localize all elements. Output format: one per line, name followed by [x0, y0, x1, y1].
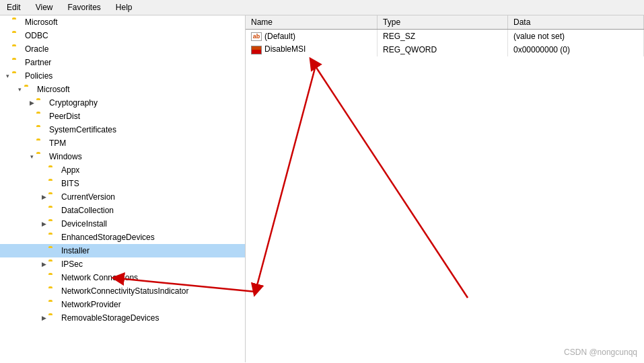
tree-item-label: Policies — [25, 71, 52, 81]
tree-arrow[interactable]: ▶ — [39, 261, 48, 268]
watermark: CSDN @nongcunqq — [564, 348, 637, 357]
tree-item-datacollection[interactable]: DataCollection — [0, 204, 245, 217]
tree-item-microsoft-sub[interactable]: ▾Microsoft — [0, 83, 245, 96]
tree-item-oracle[interactable]: Oracle — [0, 42, 245, 56]
tree-item-label: TPM — [49, 138, 66, 148]
tree-item-networkconnections[interactable]: Network Connections — [0, 271, 245, 284]
tree-item-networkconnectivitystatusindicator[interactable]: NetworkConnectivityStatusIndicator — [0, 284, 245, 298]
col-type: Type — [378, 15, 508, 30]
tree-item-label: SystemCertificates — [49, 125, 116, 134]
tree-item-label: Network Connections — [61, 273, 138, 282]
folder-icon — [12, 18, 23, 27]
tree-item-label: NetworkProvider — [61, 300, 121, 309]
tree-item-removablestoragedevices[interactable]: ▶RemovableStorageDevices — [0, 311, 245, 325]
folder-icon — [36, 112, 47, 121]
folder-icon — [12, 32, 23, 40]
tree-item-label: BITS — [61, 179, 79, 188]
folder-icon — [48, 274, 59, 282]
tree-item-label: Cryptography — [49, 98, 98, 108]
folder-icon — [48, 247, 59, 255]
tree-arrow[interactable]: ▶ — [39, 220, 48, 227]
folder-icon — [12, 72, 23, 81]
tree-item-tpm[interactable]: TPM — [0, 136, 245, 150]
tree-item-enhancedstoragedevices[interactable]: EnhancedStorageDevices — [0, 231, 245, 244]
cell-data: 0x00000000 (0) — [507, 43, 643, 56]
folder-icon — [48, 220, 59, 229]
tree-item-label: Appx — [61, 165, 79, 175]
tree-item-peerdist[interactable]: PeerDist — [0, 110, 245, 123]
folder-icon — [36, 99, 47, 108]
tree-item-label: IPSec — [61, 259, 83, 269]
folder-icon — [48, 314, 59, 323]
tree-item-label: ODBC — [25, 31, 48, 40]
tree-item-appx[interactable]: Appx — [0, 163, 245, 177]
tree-item-label: NetworkConnectivityStatusIndicator — [61, 286, 188, 296]
tree-arrow[interactable]: ▶ — [39, 315, 48, 321]
tree-item-label: RemovableStorageDevices — [61, 313, 159, 323]
tree-arrow[interactable]: ▶ — [27, 99, 36, 106]
folder-icon — [48, 179, 59, 188]
reg-icon-bin — [251, 46, 262, 54]
table-row[interactable]: ab(Default)REG_SZ(value not set) — [246, 30, 644, 43]
tree-item-label: Installer — [61, 246, 90, 255]
cell-type: REG_QWORD — [378, 43, 508, 56]
table-header-row: Name Type Data — [246, 15, 644, 30]
reg-icon-ab: ab — [251, 32, 262, 41]
cell-name: ab(Default) — [246, 30, 378, 43]
tree-item-deviceinstall[interactable]: ▶DeviceInstall — [0, 217, 245, 231]
menu-view[interactable]: View — [32, 1, 57, 13]
tree-item-microsoft-root[interactable]: Microsoft — [0, 15, 245, 29]
tree-item-policies[interactable]: ▾Policies — [0, 69, 245, 83]
menu-help[interactable]: Help — [112, 1, 137, 13]
tree-item-odbc[interactable]: ODBC — [0, 29, 245, 42]
svg-line-1 — [313, 63, 468, 298]
tree-item-label: Partner — [25, 58, 51, 67]
tree-item-windows[interactable]: ▾Windows — [0, 150, 245, 163]
tree-arrow[interactable]: ▾ — [3, 73, 12, 79]
tree-arrow[interactable]: ▶ — [39, 194, 48, 200]
main-container: MicrosoftODBCOraclePartner▾Policies▾Micr… — [0, 15, 644, 362]
tree-item-ipsec[interactable]: ▶IPSec — [0, 257, 245, 271]
tree-item-label: Oracle — [25, 44, 48, 54]
cell-data: (value not set) — [507, 30, 643, 43]
folder-icon — [12, 45, 23, 54]
tree-item-currentversion[interactable]: ▶CurrentVersion — [0, 190, 245, 204]
tree-item-label: PeerDist — [49, 112, 80, 121]
cell-name-text: DisableMSI — [264, 44, 306, 54]
tree-item-label: Microsoft — [25, 17, 58, 27]
tree-item-label: Microsoft — [37, 85, 70, 94]
tree-item-partner[interactable]: Partner — [0, 56, 245, 69]
tree-item-systemcertificates[interactable]: SystemCertificates — [0, 123, 245, 136]
tree-panel[interactable]: MicrosoftODBCOraclePartner▾Policies▾Micr… — [0, 15, 246, 362]
menu-edit[interactable]: Edit — [3, 1, 25, 13]
col-name: Name — [246, 15, 378, 30]
tree-item-label: CurrentVersion — [61, 192, 115, 202]
folder-icon — [36, 139, 47, 148]
col-data: Data — [507, 15, 643, 30]
tree-item-networkprovider[interactable]: NetworkProvider — [0, 298, 245, 311]
menubar: Edit View Favorites Help — [0, 0, 644, 15]
tree-item-label: EnhancedStorageDevices — [61, 233, 155, 242]
tree-item-installer[interactable]: Installer — [0, 244, 245, 257]
cell-name-text: (Default) — [264, 32, 295, 41]
right-panel: Name Type Data ab(Default)REG_SZ(value n… — [246, 15, 644, 362]
folder-icon — [48, 260, 59, 269]
folder-icon — [24, 85, 35, 94]
menu-favorites[interactable]: Favorites — [63, 1, 104, 13]
folder-icon — [48, 166, 59, 175]
folder-icon — [48, 233, 59, 242]
table-row[interactable]: DisableMSIREG_QWORD0x00000000 (0) — [246, 43, 644, 56]
tree-arrow[interactable]: ▾ — [27, 153, 36, 160]
tree-item-bits[interactable]: BITS — [0, 177, 245, 190]
folder-icon — [48, 206, 59, 215]
folder-icon — [48, 287, 59, 296]
arrow-overlay — [246, 15, 644, 362]
folder-icon — [48, 300, 59, 309]
folder-icon — [48, 193, 59, 202]
cell-type: REG_SZ — [378, 30, 508, 43]
tree-item-label: DeviceInstall — [61, 219, 107, 229]
tree-item-cryptography[interactable]: ▶Cryptography — [0, 96, 245, 110]
tree-item-label: DataCollection — [61, 206, 114, 215]
tree-arrow[interactable]: ▾ — [15, 86, 24, 93]
tree-item-label: Windows — [49, 152, 82, 161]
